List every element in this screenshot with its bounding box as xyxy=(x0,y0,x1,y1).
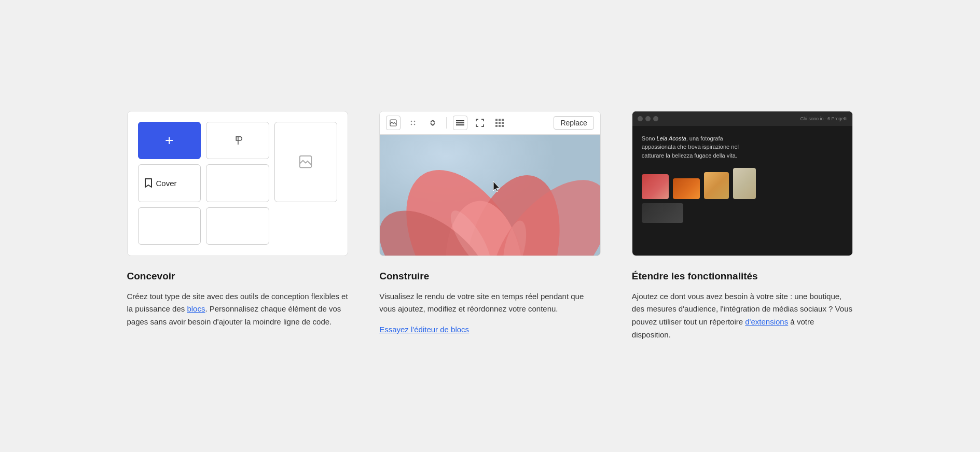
gallery-thumb-2 xyxy=(673,178,700,199)
extensions-link[interactable]: d'extensions xyxy=(745,317,788,326)
try-editor-link[interactable]: Essayez l'éditeur de blocs xyxy=(379,325,601,334)
gallery-thumb-5 xyxy=(642,203,683,223)
drag-icon[interactable] xyxy=(406,116,420,130)
dark-topbar: Chi sono io · 6 Progetti xyxy=(632,111,853,126)
svg-point-2 xyxy=(411,120,412,122)
cover-block-button[interactable]: Cover xyxy=(138,164,201,202)
svg-rect-15 xyxy=(495,125,498,127)
add-block-button[interactable]: + xyxy=(138,122,201,160)
topbar-dot-1 xyxy=(638,116,643,121)
dark-preview-card: Chi sono io · 6 Progetti Sono Leia Acost… xyxy=(632,111,853,256)
features-grid: + Cover xyxy=(127,111,853,342)
concevoir-title: Concevoir xyxy=(127,271,349,282)
gallery-thumb-1 xyxy=(642,174,669,199)
concevoir-column: + Cover xyxy=(127,111,349,342)
gallery-thumb-4 xyxy=(733,168,756,199)
etendre-text-1: Ajoutez ce dont vous avez besoin à votre… xyxy=(632,292,852,327)
svg-rect-9 xyxy=(495,119,498,121)
dark-bottom-row xyxy=(642,203,844,223)
toolbar-separator-1 xyxy=(446,117,447,129)
svg-point-5 xyxy=(414,123,416,125)
svg-rect-12 xyxy=(495,122,498,124)
cover-label: Cover xyxy=(156,179,177,188)
svg-rect-13 xyxy=(499,122,501,124)
svg-point-3 xyxy=(414,120,416,122)
flower-image xyxy=(380,135,600,256)
svg-rect-14 xyxy=(502,122,504,124)
gallery-thumb-3 xyxy=(704,172,729,199)
svg-rect-17 xyxy=(502,125,504,127)
concevoir-desc: Créez tout type de site avec des outils … xyxy=(127,290,349,329)
empty-block-2 xyxy=(138,207,201,245)
dark-preview-content: Sono Leia Acosta, una fotografa appassio… xyxy=(632,126,853,232)
empty-block-1 xyxy=(206,164,269,202)
topbar-dot-3 xyxy=(653,116,658,121)
construire-column: Replace xyxy=(379,111,601,342)
dark-gallery xyxy=(642,168,844,199)
svg-rect-16 xyxy=(499,125,501,127)
dark-preview-bio: Sono Leia Acosta, una fotografa appassio… xyxy=(642,134,746,160)
grid-icon[interactable] xyxy=(492,116,507,130)
etendre-desc: Ajoutez ce dont vous avez besoin à votre… xyxy=(632,290,853,342)
paragraph-block-button[interactable] xyxy=(206,122,269,160)
etendre-title: Étendre les fonctionnalités xyxy=(632,271,853,282)
page-container: + Cover xyxy=(0,80,980,373)
dark-preview-name: Leia Acosta xyxy=(657,135,686,142)
move-icon[interactable] xyxy=(425,116,440,130)
image-toolbar-icon[interactable] xyxy=(386,116,401,130)
image-editor-card: Replace xyxy=(379,111,601,256)
construire-desc: Visualisez le rendu de votre site en tem… xyxy=(379,290,601,316)
block-editor-card: + Cover xyxy=(127,111,349,256)
image-block-placeholder xyxy=(274,122,338,202)
etendre-column: Chi sono io · 6 Progetti Sono Leia Acost… xyxy=(632,111,853,342)
replace-button[interactable]: Replace xyxy=(554,116,593,130)
expand-icon[interactable] xyxy=(473,116,487,130)
blocs-link[interactable]: blocs xyxy=(187,304,205,313)
svg-rect-10 xyxy=(499,119,501,121)
construire-title: Construire xyxy=(379,271,601,282)
image-toolbar: Replace xyxy=(380,111,600,135)
topbar-dot-2 xyxy=(645,116,651,121)
svg-point-4 xyxy=(411,123,412,125)
empty-block-3 xyxy=(206,207,269,245)
svg-rect-11 xyxy=(502,119,504,121)
align-icon[interactable] xyxy=(453,116,467,130)
topbar-url: Chi sono io · 6 Progetti xyxy=(800,116,847,121)
